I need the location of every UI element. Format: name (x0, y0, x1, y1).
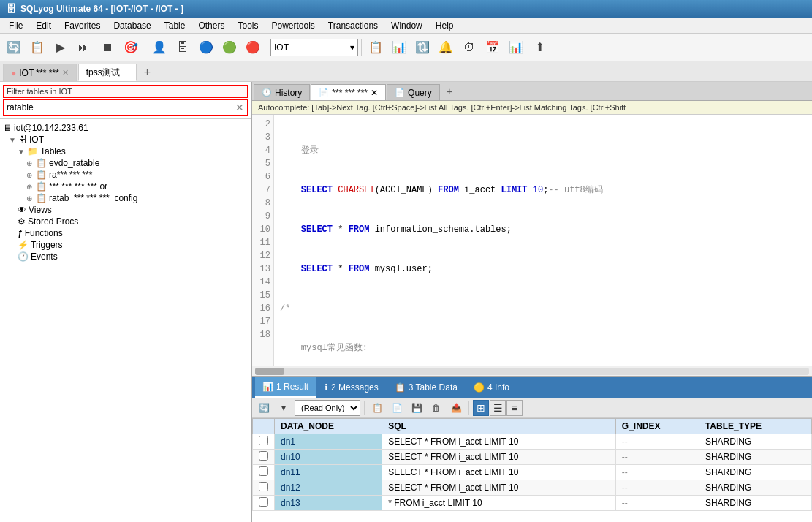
tree-table-evdo[interactable]: ⊕ 📋 evdo_ratable (0, 157, 251, 169)
tree-table-evdo-label: evdo_ratable (49, 158, 99, 168)
toolbar-sync-btn[interactable]: 🔃 (411, 37, 433, 58)
result-menu-btn[interactable]: ▾ (275, 400, 292, 416)
result-tab-1-label: 1 Result (276, 382, 308, 392)
tab-add-btn[interactable]: + (138, 64, 156, 81)
toolbar-refresh-btn[interactable]: 🔄 (3, 37, 25, 58)
result-tab-3[interactable]: 📋 3 Table Data (387, 377, 465, 398)
toolbar-stop-btn[interactable]: ⏹ (96, 37, 118, 58)
toolbar-next-btn[interactable]: ⏭ (73, 37, 95, 58)
row-checkbox[interactable] (253, 434, 275, 450)
toolbar-play-btn[interactable]: ▶ (50, 37, 72, 58)
result-copy-btn[interactable]: 📋 (368, 400, 386, 416)
menu-item-table[interactable]: Table (159, 19, 191, 32)
menu-item-window[interactable]: Window (385, 19, 428, 32)
tree-table-ra[interactable]: ⊕ 📋 ra*** *** *** (0, 169, 251, 181)
toolbar-green-btn[interactable]: 🟢 (219, 37, 240, 58)
menu-item-help[interactable]: Help (430, 19, 460, 32)
code-editor[interactable]: 2 3 4 5 6 7 8 9 10 11 12 13 14 15 16 17 (252, 115, 812, 366)
read-only-select[interactable]: (Read Only) Editable (295, 400, 360, 416)
toolbar-user-btn[interactable]: 👤 (148, 37, 170, 58)
history-icon: 🕐 (262, 88, 272, 97)
tree-area: 🖥 iot@10.142.233.61 ▼ 🗄 IOT ▼ 📁 Tables ⊕… (0, 119, 251, 522)
result-save-btn[interactable]: 💾 (408, 400, 425, 416)
row-sql: SELECT * FROM i_acct LIMIT 10 (382, 450, 616, 465)
toolbar-table-btn[interactable]: 📊 (388, 37, 410, 58)
result-tab-1[interactable]: 📊 1 Result (255, 377, 316, 398)
tables-expand-icon: ▼ (18, 148, 25, 156)
toolbar-timer-btn[interactable]: ⏱ (458, 37, 480, 58)
menu-item-favorites[interactable]: Favorites (58, 19, 106, 32)
h-scroll[interactable] (252, 366, 812, 376)
toolbar-calendar-btn[interactable]: 📅 (482, 37, 504, 58)
toolbar-blue-btn[interactable]: 🔵 (195, 37, 217, 58)
code-lines: 2 3 4 5 6 7 8 9 10 11 12 13 14 15 16 17 (252, 115, 812, 366)
row-checkbox[interactable] (253, 450, 275, 465)
col-sql: SQL (382, 419, 616, 434)
tab-iot-close[interactable]: ✕ (62, 68, 69, 77)
left-panel: Filter tables in IOT ✕ 🖥 iot@10.142.233.… (0, 82, 252, 522)
menu-item-powertools[interactable]: Powertools (265, 19, 320, 32)
tree-table-masked[interactable]: ⊕ 📋 *** *** *** *** or (0, 181, 251, 192)
toolbar-chart-btn[interactable]: 📊 (505, 37, 527, 58)
row-g-index: -- (615, 450, 699, 465)
tab-iot[interactable]: ● IOT *** *** ✕ (3, 64, 77, 81)
active-tab-close[interactable]: ✕ (371, 88, 378, 98)
query-tab-active[interactable]: 📄 *** *** *** ✕ (311, 84, 386, 100)
tree-stored-procs[interactable]: ⚙ Stored Procs (0, 216, 251, 227)
toolbar-schema-btn[interactable]: 📋 (365, 37, 387, 58)
tree-events-label: Events (31, 251, 58, 262)
query-tab-query[interactable]: 📄 Query (387, 84, 440, 100)
col-checkbox (253, 419, 275, 434)
tree-procs-label: Stored Procs (28, 216, 78, 227)
toolbar-copy-btn[interactable]: 📋 (26, 37, 48, 58)
tree-tables[interactable]: ▼ 📁 Tables (0, 145, 251, 157)
result-delete-btn[interactable]: 🗑 (428, 400, 445, 416)
list-view-btn[interactable]: ☰ (490, 400, 506, 416)
tree-views[interactable]: 👁 Views (0, 204, 251, 216)
tree-db[interactable]: ▼ 🗄 IOT (0, 134, 251, 145)
menu-item-file[interactable]: File (3, 19, 29, 32)
menu-item-transactions[interactable]: Transactions (322, 19, 384, 32)
tree-events[interactable]: 🕐 Events (0, 251, 251, 262)
menu-item-database[interactable]: Database (107, 19, 156, 32)
code-content[interactable]: 登录 SELECT CHARSET(ACCT_NAME) FROM i_acct… (274, 115, 812, 366)
query-tab-history[interactable]: 🕐 History (254, 84, 310, 100)
result-export-btn[interactable]: 📤 (447, 400, 465, 416)
toolbar-red-btn[interactable]: 🔴 (242, 37, 264, 58)
tables-icon: 📁 (27, 146, 38, 156)
tree-table-config[interactable]: ⊕ 📋 ratab_*** *** ***_config (0, 192, 251, 204)
grid-view-btn[interactable]: ⊞ (473, 400, 489, 416)
result-tbody: dn1 SELECT * FROM i_acct LIMIT 10 -- SHA… (253, 434, 812, 511)
result-refresh-btn[interactable]: 🔄 (255, 400, 273, 416)
t4-icon: 📋 (36, 193, 47, 203)
menu-item-edit[interactable]: Edit (30, 19, 57, 32)
toolbar-notify-btn[interactable]: 🔔 (435, 37, 457, 58)
filter-input[interactable] (4, 101, 232, 114)
toolbar-target-btn[interactable]: 🎯 (120, 37, 142, 58)
result-tab-2[interactable]: ℹ 2 Messages (317, 377, 386, 398)
code-line-4: SELECT * FROM information_schema.tables; (280, 223, 806, 236)
toolbar-db-btn[interactable]: 🗄 (172, 37, 194, 58)
result-tab-4[interactable]: 🟡 4 Info (466, 377, 517, 398)
row-sql: * FROM i_acct LIMIT 10 (382, 496, 616, 511)
tree-table-masked-label: *** *** *** *** or (49, 181, 107, 192)
table-row: dn12 SELECT * FROM i_acct LIMIT 10 -- SH… (253, 480, 812, 496)
menu-item-tools[interactable]: Tools (232, 19, 264, 32)
row-checkbox[interactable] (253, 465, 275, 480)
toolbar-upload-btn[interactable]: ⬆ (528, 37, 550, 58)
db-selector[interactable]: IOT ▾ (270, 39, 358, 56)
tab-tpss[interactable]: tpss测试 (78, 64, 137, 81)
tree-triggers[interactable]: ⚡ Triggers (0, 239, 251, 251)
result-table-container[interactable]: DATA_NODE SQL G_INDEX TABLE_TYPE dn1 SEL… (252, 418, 812, 522)
menu-item-others[interactable]: Others (192, 19, 230, 32)
row-checkbox[interactable] (253, 480, 275, 496)
db-selector-value: IOT (274, 42, 289, 53)
tree-functions[interactable]: ƒ Functions (0, 227, 251, 239)
tree-server[interactable]: 🖥 iot@10.142.233.61 (0, 122, 251, 134)
result-paste-btn[interactable]: 📄 (388, 400, 406, 416)
query-tab-add-btn[interactable]: + (441, 84, 458, 99)
row-checkbox[interactable] (253, 496, 275, 511)
text-view-btn[interactable]: ≡ (506, 400, 523, 416)
active-tab-label: *** *** *** (332, 88, 368, 98)
filter-clear-btn[interactable]: ✕ (232, 100, 247, 115)
